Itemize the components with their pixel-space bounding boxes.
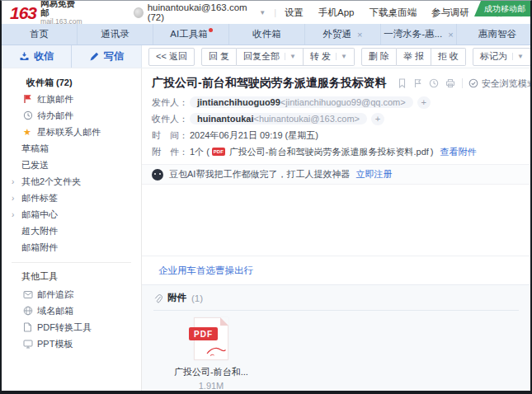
add-contact-button[interactable]: +	[417, 96, 431, 109]
sidebar-item-flagged[interactable]: 红旗邮件	[2, 91, 141, 107]
paperclip-icon	[153, 293, 162, 303]
view-attachment-link[interactable]: 查看附件	[440, 146, 477, 158]
flag-icon[interactable]	[413, 78, 422, 88]
presentation-icon	[23, 339, 37, 349]
doubao-ai-icon	[152, 169, 163, 181]
nav-survey[interactable]: 参与调研	[431, 7, 469, 19]
sidebar-item-inbox[interactable]: 收件箱 (72)	[2, 74, 141, 91]
163-logo[interactable]: 163 网易免费邮 mail.163.com	[10, 0, 82, 26]
report-button[interactable]: 举 报	[397, 48, 431, 66]
chevron-right-icon: ›	[12, 210, 21, 219]
printer-icon[interactable]	[445, 78, 455, 88]
document-icon	[23, 322, 37, 332]
sidebar-item-mail-labels[interactable]: › 邮件标签	[2, 190, 141, 206]
to-contact-pill[interactable]: huinantoukai<huinantoukai@163.com>	[190, 113, 367, 124]
attachment-panel: 附件 (1) PDF 广投公司-前台和... 1.91M	[142, 284, 530, 391]
mark-as-button[interactable]: 标记为▼	[473, 48, 530, 66]
sidebar-item-mail-attachments[interactable]: 邮箱附件	[2, 239, 141, 256]
reply-all-button[interactable]: 回复全部▼	[237, 48, 304, 66]
close-icon[interactable]: ×	[357, 30, 362, 40]
mail-app-window: 163 网易免费邮 mail.163.com huinantoukai@163.…	[0, 0, 532, 394]
nav-settings[interactable]: 设置	[285, 7, 304, 19]
tab-huinan[interactable]: 惠南智谷	[457, 24, 530, 45]
attachment-file-size: 1.91M	[199, 381, 224, 391]
from-row: 发件人： jintianchihuoguo99<jintianchihuoguo…	[152, 94, 520, 110]
attachment-panel-count: (1)	[191, 293, 203, 303]
safe-browsing-mode[interactable]: 安全浏览模式 ▼	[468, 77, 530, 90]
other-tools-title: 其他工具	[2, 269, 141, 286]
reply-button[interactable]: 回 复	[201, 48, 237, 66]
from-label: 发件人：	[152, 96, 188, 109]
write-mail-button[interactable]: 写信	[71, 45, 141, 68]
bookmark-icon[interactable]	[398, 78, 407, 88]
sidebar: 收件箱 (72) 红旗邮件 待办邮件 ★ 星标联系人邮件 草稿箱 已发送 ›	[2, 68, 142, 391]
top-header: 163 网易免费邮 mail.163.com huinantoukai@163.…	[2, 1, 530, 24]
tab-home[interactable]: 首页	[2, 24, 78, 45]
receive-mail-button[interactable]: 收信	[2, 45, 71, 68]
reject-button[interactable]: 拒 收	[431, 48, 466, 66]
account-email: huinantoukai@163.com (72)	[148, 2, 257, 22]
logo-number: 163	[10, 4, 36, 21]
attachment-filename[interactable]: 广投公司-前台和驾驶岗劳务派遣服务投标资料.pdf	[229, 146, 429, 158]
pdf-file-icon: PDF	[194, 317, 228, 360]
sidebar-item-large-attachments[interactable]: 超大附件	[2, 223, 141, 239]
from-contact-pill[interactable]: jintianchihuoguo99<jintianchihuoguo99@qq…	[190, 96, 413, 108]
chevron-down-icon: ▼	[285, 53, 296, 60]
attachment-row: 附 件： 1个 ( PDF 广投公司-前台和驾驶岗劳务派遣服务投标资料.pdf …	[152, 143, 520, 160]
nav-mobile-app[interactable]: 手机App	[318, 7, 354, 19]
tab-water-company[interactable]: 一湾水务-惠...×	[381, 24, 457, 45]
mail-body	[142, 185, 530, 256]
ad-banner[interactable]: 豆包AI帮我把工作都做完了，打工人提效神器 立即注册	[142, 164, 530, 185]
close-icon[interactable]: ×	[448, 30, 453, 40]
attachment-panel-title: 附件	[167, 292, 186, 304]
chevron-down-icon: ▼	[336, 53, 347, 60]
chevron-right-icon: ›	[12, 177, 21, 186]
delete-button[interactable]: 删 除	[361, 48, 397, 66]
caocao-travel-link[interactable]: 企业用车首选曹操出行	[158, 265, 253, 275]
sidebar-item-mail-tracking[interactable]: 邮件追踪	[2, 286, 141, 303]
footer-ad-row: 企业用车首选曹操出行	[142, 256, 530, 284]
shield-check-icon	[468, 78, 478, 88]
sidebar-item-todo[interactable]: 待办邮件	[2, 107, 141, 124]
to-label: 收件人：	[152, 113, 188, 125]
chevron-down-icon: ▼	[259, 9, 266, 16]
sidebar-item-domain-mail[interactable]: 域名邮箱	[2, 303, 141, 319]
mail-subject: 广投公司-前台和驾驶岗劳务派遣服务投标资料	[152, 76, 387, 91]
tab-ai-toolbox[interactable]: AI工具箱	[153, 24, 229, 45]
attachment-label: 附 件：	[152, 146, 188, 158]
icon-divider	[462, 78, 463, 88]
back-button[interactable]: << 返回	[148, 48, 195, 66]
add-contact-button[interactable]: +	[371, 113, 384, 125]
account-avatar	[134, 7, 144, 18]
attachment-file-name: 广投公司-前台和...	[174, 366, 248, 378]
sidebar-item-pdf-tool[interactable]: PDF转换工具	[2, 319, 141, 335]
sidebar-item-other-folders[interactable]: › 其他2个文件夹	[2, 173, 141, 190]
sidebar-item-mail-center[interactable]: › 邮箱中心	[2, 206, 141, 223]
envelope-icon	[23, 290, 37, 299]
chevron-right-icon: ›	[12, 194, 21, 203]
globe-icon	[23, 306, 37, 316]
sidebar-item-starred-contacts[interactable]: ★ 星标联系人邮件	[2, 124, 141, 140]
tab-contacts[interactable]: 通讯录	[78, 24, 153, 45]
nav-desktop-download[interactable]: 下载桌面端	[370, 7, 417, 19]
sidebar-item-sent[interactable]: 已发送	[2, 157, 141, 173]
sidebar-item-drafts[interactable]: 草稿箱	[2, 140, 141, 157]
inbox-tray-icon	[19, 51, 30, 62]
compose-area: 收信 写信	[2, 45, 142, 68]
pdf-badge-icon: PDF	[212, 148, 225, 156]
forward-button[interactable]: 转 发▼	[304, 48, 355, 66]
attachment-file-card[interactable]: PDF 广投公司-前台和... 1.91M	[163, 317, 259, 391]
clock-icon[interactable]	[429, 78, 439, 88]
tab-inbox[interactable]: 收件箱	[229, 24, 305, 45]
mail-actions: << 返回 回 复 回复全部▼ 转 发▼ 删 除 举 报 拒 收 标记为▼ 移动…	[142, 45, 530, 68]
account-menu[interactable]: huinantoukai@163.com (72) ▼	[134, 2, 266, 22]
success-move-mail-badge[interactable]: 成功移动邮	[474, 1, 530, 16]
tab-foreign-trade[interactable]: 外贸通×	[305, 24, 381, 45]
to-row: 收件人： huinantoukai<huinantoukai@163.com> …	[152, 110, 520, 127]
toolbar: 收信 写信 << 返回 回 复 回复全部▼ 转 发▼ 删 除 举 报 拒 收	[2, 45, 530, 68]
page-fold	[220, 317, 228, 326]
header-divider: |	[274, 7, 276, 17]
sidebar-item-ppt-templates[interactable]: PPT模板	[2, 335, 141, 352]
attachment-count: 1个 (	[190, 146, 210, 158]
register-now-link[interactable]: 立即注册	[355, 168, 392, 181]
